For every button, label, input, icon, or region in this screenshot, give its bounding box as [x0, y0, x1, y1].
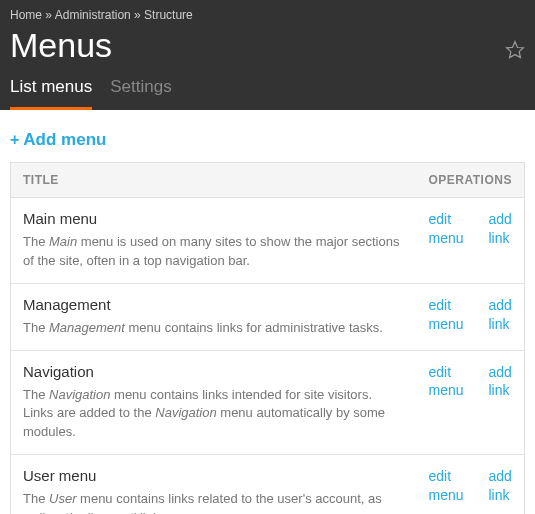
tabs: List menus Settings	[10, 77, 525, 110]
table-row: NavigationThe Navigation menu contains l…	[11, 350, 525, 455]
table-row: ManagementThe Management menu contains l…	[11, 283, 525, 350]
menu-title: Main menu	[23, 210, 405, 227]
breadcrumb-home[interactable]: Home	[10, 8, 42, 22]
svg-marker-0	[507, 42, 524, 58]
add-menu-button[interactable]: + Add menu	[10, 130, 106, 150]
add-link-link[interactable]: add link	[489, 210, 513, 248]
op-edit-cell: edit menu	[417, 283, 477, 350]
op-add-cell: add link	[477, 455, 525, 514]
menu-cell: ManagementThe Management menu contains l…	[11, 283, 417, 350]
menu-title: Management	[23, 296, 405, 313]
tab-list-menus[interactable]: List menus	[10, 77, 92, 110]
op-edit-cell: edit menu	[417, 350, 477, 455]
breadcrumb-structure[interactable]: Structure	[144, 8, 193, 22]
menu-cell: User menuThe User menu contains links re…	[11, 455, 417, 514]
menus-table: TITLE OPERATIONS Main menuThe Main menu …	[10, 162, 525, 514]
menu-title: User menu	[23, 467, 405, 484]
tab-settings[interactable]: Settings	[110, 77, 171, 110]
content: + Add menu TITLE OPERATIONS Main menuThe…	[0, 110, 535, 514]
op-edit-cell: edit menu	[417, 198, 477, 284]
plus-icon: +	[10, 131, 19, 149]
edit-menu-link[interactable]: edit menu	[429, 210, 465, 248]
edit-menu-link[interactable]: edit menu	[429, 467, 465, 505]
edit-menu-link[interactable]: edit menu	[429, 296, 465, 334]
menu-description: The Management menu contains links for a…	[23, 319, 405, 338]
op-edit-cell: edit menu	[417, 455, 477, 514]
star-icon[interactable]	[505, 40, 525, 63]
add-link-link[interactable]: add link	[489, 363, 513, 401]
table-row: Main menuThe Main menu is used on many s…	[11, 198, 525, 284]
menu-description: The User menu contains links related to …	[23, 490, 405, 514]
menu-description: The Navigation menu contains links inten…	[23, 386, 405, 443]
add-menu-label: Add menu	[23, 130, 106, 150]
add-link-link[interactable]: add link	[489, 296, 513, 334]
op-add-cell: add link	[477, 198, 525, 284]
menu-description: The Main menu is used on many sites to s…	[23, 233, 405, 271]
op-add-cell: add link	[477, 283, 525, 350]
page-header: Home » Administration » Structure Menus …	[0, 0, 535, 110]
add-link-link[interactable]: add link	[489, 467, 513, 505]
breadcrumb: Home » Administration » Structure	[10, 8, 525, 22]
col-title: TITLE	[11, 163, 417, 198]
menu-cell: NavigationThe Navigation menu contains l…	[11, 350, 417, 455]
menu-cell: Main menuThe Main menu is used on many s…	[11, 198, 417, 284]
page-title: Menus	[10, 26, 112, 65]
table-row: User menuThe User menu contains links re…	[11, 455, 525, 514]
op-add-cell: add link	[477, 350, 525, 455]
edit-menu-link[interactable]: edit menu	[429, 363, 465, 401]
breadcrumb-admin[interactable]: Administration	[55, 8, 131, 22]
menu-title: Navigation	[23, 363, 405, 380]
col-operations: OPERATIONS	[417, 163, 525, 198]
